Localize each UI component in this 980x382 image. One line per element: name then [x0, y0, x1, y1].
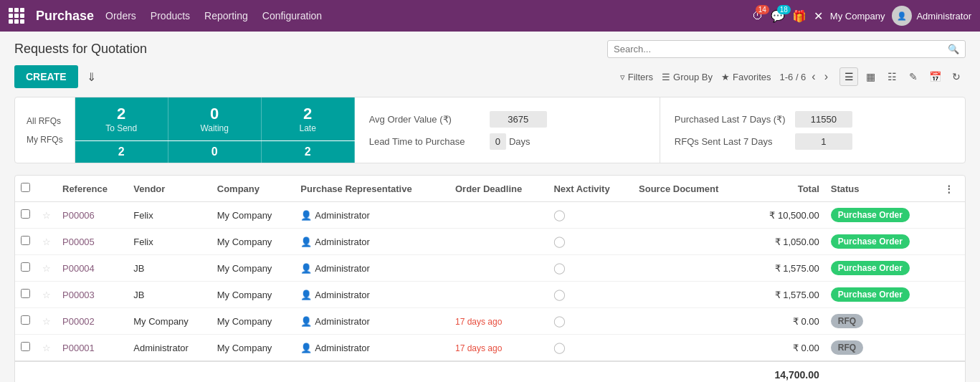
th-vendor[interactable]: Vendor [128, 176, 211, 202]
row-checkbox[interactable] [21, 209, 30, 219]
table-row: ☆ P00005 Felix My Company 👤Administrator… [15, 229, 965, 255]
chart-view-button[interactable]: ✎ [904, 67, 923, 86]
th-options[interactable]: ⋮ [938, 176, 965, 202]
star-cell[interactable]: ☆ [37, 255, 57, 282]
select-all-checkbox-header[interactable] [15, 176, 37, 202]
waiting-my-card[interactable]: 0 [168, 141, 262, 163]
row-options[interactable] [938, 229, 965, 255]
late-my-card[interactable]: 2 [262, 141, 355, 163]
row-checkbox[interactable] [21, 342, 30, 351]
ref-cell[interactable]: P00001 [57, 335, 128, 362]
th-source[interactable]: Source Document [633, 176, 748, 202]
my-rfqs-label[interactable]: My RFQs [27, 135, 63, 145]
row-checkbox-cell[interactable] [15, 308, 37, 335]
th-status[interactable]: Status [825, 176, 939, 202]
row-checkbox-cell[interactable] [15, 335, 37, 362]
gift-icon[interactable]: 🎁 [792, 9, 807, 23]
activity-cell[interactable]: ◯ [548, 229, 633, 255]
th-activity[interactable]: Next Activity [548, 176, 633, 202]
ref-cell[interactable]: P00006 [57, 202, 128, 229]
row-options[interactable] [938, 335, 965, 362]
row-checkbox-cell[interactable] [15, 255, 37, 282]
to-send-card[interactable]: 2 To Send [75, 97, 168, 140]
row-checkbox[interactable] [21, 315, 30, 325]
nav-products[interactable]: Products [151, 10, 190, 22]
rep-cell: 👤Administrator [295, 335, 449, 362]
avatar: 👤 [892, 6, 912, 26]
nav-configuration[interactable]: Configuration [262, 10, 322, 22]
company-name[interactable]: My Company [830, 11, 885, 22]
nav-orders[interactable]: Orders [105, 10, 136, 22]
settings-view-button[interactable]: ↻ [947, 67, 966, 86]
activity-icon[interactable]: ◯ [553, 262, 566, 274]
group-by-label: Group By [673, 72, 713, 82]
close-icon[interactable]: ✕ [814, 9, 823, 23]
group-by-button[interactable]: ☰ Group By [662, 72, 713, 82]
ref-cell[interactable]: P00005 [57, 229, 128, 255]
star-cell[interactable]: ☆ [37, 202, 57, 229]
calendar-view-button[interactable]: 📅 [926, 67, 944, 86]
app-grid-icon[interactable] [9, 8, 24, 24]
row-checkbox[interactable] [21, 262, 30, 272]
star-cell[interactable]: ☆ [37, 308, 57, 335]
favorites-button[interactable]: ★ Favorites [721, 72, 771, 82]
create-button[interactable]: CREATE [14, 65, 78, 88]
activity-cell[interactable]: ◯ [548, 202, 633, 229]
ref-cell[interactable]: P00002 [57, 308, 128, 335]
filters-button[interactable]: ▿ Filters [620, 72, 653, 82]
th-reference[interactable]: Reference [57, 176, 128, 202]
total-cell: ₹ 10,500.00 [748, 202, 825, 229]
activity-icon[interactable]: ◯ [553, 288, 566, 300]
row-checkbox[interactable] [21, 289, 30, 298]
row-options[interactable] [938, 308, 965, 335]
all-rfqs-label[interactable]: All RFQs [27, 116, 63, 126]
star-cell[interactable]: ☆ [37, 335, 57, 362]
row-checkbox[interactable] [21, 236, 30, 245]
list-view-button[interactable]: ☰ [839, 67, 858, 86]
search-input[interactable] [614, 44, 948, 54]
activity-cell[interactable]: ◯ [548, 255, 633, 282]
clock-icon[interactable]: ⏱ 14 [752, 9, 763, 22]
activity-cell[interactable]: ◯ [548, 335, 633, 362]
download-button[interactable]: ⇓ [87, 70, 96, 84]
next-page-button[interactable]: › [822, 70, 831, 83]
vendor-cell: JB [128, 255, 211, 282]
th-total[interactable]: Total [748, 176, 825, 202]
th-deadline[interactable]: Order Deadline [449, 176, 548, 202]
star-cell[interactable]: ☆ [37, 282, 57, 308]
row-options[interactable] [938, 255, 965, 282]
activity-icon[interactable]: ◯ [553, 209, 566, 221]
clock-badge: 14 [756, 5, 769, 14]
activity-cell[interactable]: ◯ [548, 308, 633, 335]
status-badge: Purchase Order [831, 234, 910, 249]
activity-icon[interactable]: ◯ [553, 315, 566, 327]
waiting-card[interactable]: 0 Waiting [168, 97, 262, 140]
activity-icon[interactable]: ◯ [553, 341, 566, 353]
grid-view-button[interactable]: ☷ [883, 67, 901, 86]
search-icon[interactable]: 🔍 [948, 44, 959, 54]
nav-reporting[interactable]: Reporting [204, 10, 248, 22]
th-company[interactable]: Company [211, 176, 295, 202]
to-send-my-card[interactable]: 2 [75, 141, 168, 163]
late-card[interactable]: 2 Late [262, 97, 355, 140]
select-all-checkbox[interactable] [21, 183, 30, 192]
activity-icon[interactable]: ◯ [553, 235, 566, 247]
prev-page-button[interactable]: ‹ [809, 70, 818, 83]
kanban-view-button[interactable]: ▦ [861, 67, 880, 86]
ref-cell[interactable]: P00004 [57, 255, 128, 282]
row-options[interactable] [938, 282, 965, 308]
user-menu[interactable]: 👤 Administrator [892, 6, 971, 26]
user-icon: 👤 [300, 343, 312, 353]
th-rep[interactable]: Purchase Representative [295, 176, 449, 202]
row-options[interactable] [938, 202, 965, 229]
activity-cell[interactable]: ◯ [548, 282, 633, 308]
app-logo[interactable]: Purchase [36, 9, 94, 24]
row-checkbox-cell[interactable] [15, 282, 37, 308]
star-cell[interactable]: ☆ [37, 229, 57, 255]
ref-cell[interactable]: P00003 [57, 282, 128, 308]
top-nav-menu: Orders Products Reporting Configuration [105, 10, 741, 22]
chat-icon[interactable]: 💬 18 [771, 9, 785, 23]
row-checkbox-cell[interactable] [15, 229, 37, 255]
lead-time-row: Lead Time to Purchase 0 Days [369, 133, 645, 150]
row-checkbox-cell[interactable] [15, 202, 37, 229]
